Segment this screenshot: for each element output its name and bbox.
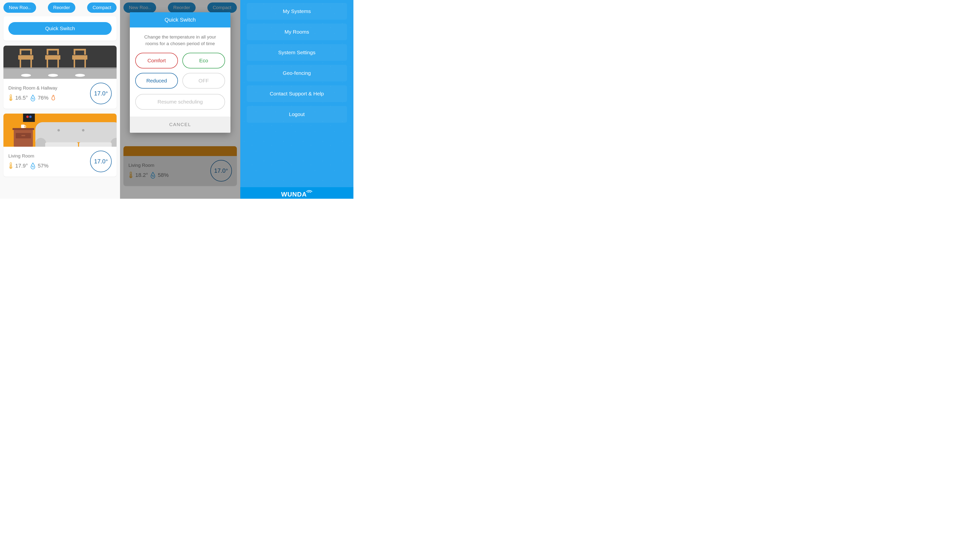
reorder-button[interactable]: Reorder: [48, 2, 76, 13]
brand-name: WUNDA: [281, 191, 307, 198]
menu-panel: My Systems My Rooms System Settings Geo-…: [240, 0, 353, 199]
quick-switch-card: Quick Switch: [3, 16, 116, 41]
comfort-button[interactable]: Comfort: [135, 53, 178, 68]
thermometer-icon: [8, 94, 13, 102]
top-buttons: New Roo.. Reorder Compact: [3, 2, 116, 13]
living-room-illustration: [3, 114, 116, 147]
rooms-panel: New Roo.. Reorder Compact Quick Switch D…: [0, 0, 120, 199]
flame-icon: [51, 95, 56, 101]
quick-switch-button[interactable]: Quick Switch: [8, 22, 112, 35]
menu-system-settings[interactable]: System Settings: [247, 44, 347, 61]
room-name: Dining Room & Hallway: [8, 86, 88, 91]
quick-switch-modal-panel: New Roo.. Reorder Compact Living Room 18…: [120, 0, 240, 199]
menu-contact-support[interactable]: Contact Support & Help: [247, 86, 347, 102]
room-temp: 17.9°: [15, 163, 28, 169]
wifi-icon: [306, 187, 312, 195]
humidity-icon: %: [30, 162, 36, 169]
room-temp: 16.5°: [15, 95, 28, 101]
room-readings: 16.5° % 76%: [8, 94, 88, 102]
room-target-temp[interactable]: 17.0°: [90, 151, 112, 172]
menu-logout[interactable]: Logout: [247, 106, 347, 123]
room-humidity: 76%: [38, 95, 49, 101]
menu-my-rooms[interactable]: My Rooms: [247, 24, 347, 40]
cancel-button[interactable]: CANCEL: [130, 116, 230, 133]
eco-button[interactable]: Eco: [182, 53, 225, 68]
menu-geo-fencing[interactable]: Geo-fencing: [247, 65, 347, 81]
new-room-button[interactable]: New Roo..: [3, 2, 36, 13]
thermometer-icon: [8, 162, 13, 170]
room-target-temp[interactable]: 17.0°: [90, 83, 112, 104]
svg-text:%: %: [32, 165, 34, 168]
tv-icon: [23, 114, 35, 122]
brand-footer: WUNDA: [240, 187, 353, 199]
room-card-living[interactable]: Living Room 17.9° % 57% 17.0°: [3, 114, 116, 177]
room-card-dining[interactable]: Dining Room & Hallway 16.5° % 76% 17.0°: [3, 46, 116, 109]
resume-scheduling-button[interactable]: Resume scheduling: [135, 94, 225, 110]
reduced-button[interactable]: Reduced: [135, 73, 178, 89]
room-humidity: 57%: [38, 163, 49, 169]
menu-my-systems[interactable]: My Systems: [247, 3, 347, 20]
room-readings: 17.9° % 57%: [8, 162, 88, 170]
modal-description: Change the temperature in all your rooms…: [130, 27, 230, 53]
humidity-icon: %: [30, 94, 36, 101]
room-name: Living Room: [8, 153, 88, 159]
off-button[interactable]: OFF: [182, 73, 225, 89]
svg-text:%: %: [32, 97, 34, 100]
dining-room-illustration: [3, 46, 116, 79]
modal-title: Quick Switch: [130, 12, 230, 27]
quick-switch-modal: Quick Switch Change the temperature in a…: [130, 12, 230, 133]
compact-button[interactable]: Compact: [87, 2, 116, 13]
